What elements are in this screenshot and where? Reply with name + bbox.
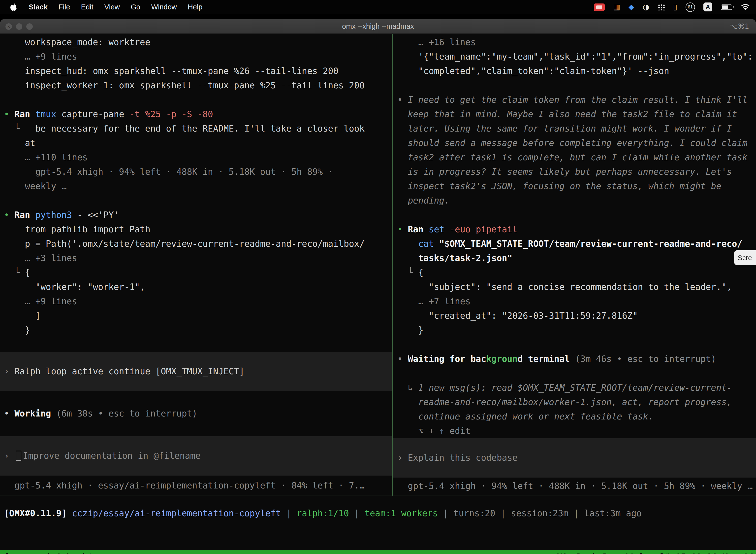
- text-segment: ›: [4, 366, 14, 376]
- terminal-line: › Explain this codebase: [393, 451, 756, 465]
- terminal-line: gpt-5.4 xhigh · essay/ai-reimplementatio…: [0, 479, 392, 493]
- battery-icon[interactable]: [721, 4, 732, 10]
- text-segment: (6m 38s • esc to interrupt): [56, 408, 197, 419]
- menu-file[interactable]: File: [53, 0, 76, 14]
- text-segment: cat: [397, 239, 439, 249]
- text-segment: |: [438, 508, 453, 518]
- right-pane-content: … +16 lines '{"team_name":"my-team","tas…: [393, 35, 756, 493]
- wifi-icon[interactable]: [741, 3, 750, 10]
- text-segment: }: [4, 325, 30, 335]
- text-segment: later. Using the same for transition mig…: [397, 124, 732, 133]
- grid-menu-extra-icon[interactable]: ▦: [613, 3, 620, 11]
- terminal-line: "worker": "worker-1",: [0, 280, 392, 294]
- text-segment: … +3 lines: [4, 253, 77, 263]
- terminal-line: … +9 lines: [0, 50, 392, 64]
- text-segment: └: [397, 268, 418, 277]
- terminal-line: [0, 338, 392, 352]
- text-segment: (3m 46s • esc to interrupt): [575, 354, 716, 364]
- tmux-host-clock: "MacBook-Pro-44.local" 05:03 31-Mar-26: [555, 550, 754, 554]
- text-segment: is in progress? It seems likely but perh…: [397, 167, 732, 177]
- tmux-left-pane[interactable]: workspace_mode: worktree … +9 lines insp…: [0, 34, 392, 495]
- terminal-line: • Ran python3 - <<'PY': [0, 208, 392, 222]
- battery-percentage-icon[interactable]: 61: [686, 2, 695, 12]
- terminal-line: continue assigned work or next feasible …: [393, 409, 756, 424]
- terminal-line: • Ran set -euo pipefail: [393, 222, 756, 237]
- terminal-line: should send a message before completing …: [393, 136, 756, 151]
- text-segment: team:1 workers: [365, 508, 438, 518]
- text-segment: workspace_mode: worktree: [4, 37, 150, 47]
- text-segment: •: [397, 95, 408, 105]
- prompt-band[interactable]: › Explain this codebase: [393, 438, 756, 478]
- text-segment: python3: [35, 210, 77, 220]
- terminal-line: inspect task2's JSON, focusing on the st…: [393, 179, 756, 193]
- tmux-status-bar: [omx-cczip0:bash* "MacBook-Pro-44.local"…: [0, 550, 756, 554]
- text-segment: should send a message before completing …: [397, 138, 748, 148]
- terminal-line: [393, 366, 756, 381]
- text-segment: inspect_worker-1: omx sparkshell --tmux-…: [4, 80, 365, 90]
- text-segment: Explain this codebase: [408, 453, 518, 463]
- text-segment: session:23m: [511, 508, 568, 518]
- menu-go[interactable]: Go: [125, 0, 146, 14]
- text-segment: Ran: [14, 210, 35, 220]
- prompt-band[interactable]: › Ralph loop active continue [OMX_TMUX_I…: [0, 352, 392, 391]
- minimize-button[interactable]: [16, 23, 22, 30]
- terminal-line: inspect_worker-1: omx sparkshell --tmux-…: [0, 78, 392, 93]
- text-segment: d terminal: [518, 354, 575, 364]
- text-segment: ]: [4, 311, 41, 321]
- keyboard-input-source-icon[interactable]: A: [703, 2, 712, 11]
- text-segment: [OMX#0.11.9]: [4, 508, 72, 518]
- text-segment: "worker": "worker-1",: [4, 282, 145, 292]
- menu-edit[interactable]: Edit: [76, 0, 99, 14]
- app-menu-slack[interactable]: Slack: [23, 0, 53, 14]
- zoom-button[interactable]: [26, 23, 33, 30]
- terminal-line: gpt-5.4 xhigh · 94% left · 488K in · 5.1…: [393, 479, 756, 493]
- desktop: Slack File Edit View Go Window Help ▦ ◆ …: [0, 0, 756, 554]
- text-segment: •: [4, 109, 14, 119]
- text-segment: }: [397, 325, 423, 335]
- terminal-line: readme-and-reco/mailbox/worker-1.json, a…: [393, 395, 756, 409]
- text-segment: continue assigned work or next feasible …: [397, 411, 653, 422]
- text-segment: "subject": "send a concise recommendatio…: [397, 282, 732, 292]
- tmux-right-pane[interactable]: … +16 lines '{"team_name":"my-team","tas…: [393, 34, 756, 495]
- terminal-line: inspect_hud: omx sparkshell --tmux-pane …: [0, 64, 392, 78]
- window-shortcut-hint: ⌥⌘1: [730, 19, 749, 34]
- close-button[interactable]: ×: [5, 23, 12, 30]
- slim-device-menu-extra-icon[interactable]: ▯: [673, 3, 677, 11]
- apple-menu[interactable]: [0, 0, 23, 14]
- text-segment: ⌥ + ↑ edit: [397, 426, 470, 436]
- blue-assistant-menu-extra-icon[interactable]: ◆: [629, 3, 634, 11]
- terminal-line: later. Using the same for transition mig…: [393, 122, 756, 136]
- text-segment: I need to get the claim token from the c…: [408, 95, 748, 105]
- screen-recording-indicator-icon[interactable]: [594, 3, 605, 11]
- circle-menu-extra-icon[interactable]: ◑: [643, 3, 649, 11]
- menu-view[interactable]: View: [99, 0, 125, 14]
- window-title-bar[interactable]: × omx --xhigh --madmax ⌥⌘1: [0, 19, 756, 34]
- text-segment: '{"team_name":"my-team","task_id":"1","f…: [397, 52, 753, 62]
- text-segment: •: [397, 354, 408, 364]
- terminal-line: gpt-5.4 xhigh · 94% left · 488K in · 5.1…: [0, 165, 392, 179]
- text-segment: kgroun: [486, 354, 517, 364]
- text-segment: -euo pipefail: [450, 224, 518, 234]
- screenshot-preview-tooltip[interactable]: Scre: [734, 250, 756, 265]
- text-segment: … +9 lines: [4, 52, 77, 62]
- pane-bottom-divider: [0, 495, 756, 495]
- prompt-band[interactable]: › Improve documentation in @filename: [0, 436, 392, 476]
- text-segment: inspect_hud: omx sparkshell --tmux-pane …: [4, 66, 338, 76]
- text-segment: "completed","claim_token":"claim-token"}…: [397, 66, 669, 76]
- text-segment: cczip/essay/ai-reimplementation-copyleft: [72, 508, 281, 518]
- menu-help[interactable]: Help: [182, 0, 208, 14]
- terminal-line: }: [393, 323, 756, 338]
- omx-hud: [OMX#0.11.9] cczip/essay/ai-reimplementa…: [0, 506, 756, 521]
- text-segment: "created_at": "2026-03-31T11:59:27.816Z": [397, 311, 638, 321]
- text-segment: -t %25 -p -S -80: [129, 109, 213, 119]
- terminal-line: workspace_mode: worktree: [0, 35, 392, 50]
- dots-grid-menu-extra-icon[interactable]: [657, 4, 665, 10]
- text-segment: gpt-5.4 xhigh · 94% left · 488K in · 5.1…: [397, 481, 753, 491]
- terminal-line: from pathlib import Path: [0, 222, 392, 237]
- text-segment: |: [349, 508, 365, 518]
- text-segment: |: [495, 508, 511, 518]
- terminal-line: └ {: [393, 266, 756, 280]
- tmux-session-window[interactable]: [omx-cczip0:bash*: [4, 550, 93, 554]
- menu-window[interactable]: Window: [146, 0, 182, 14]
- text-segment: •: [4, 210, 14, 220]
